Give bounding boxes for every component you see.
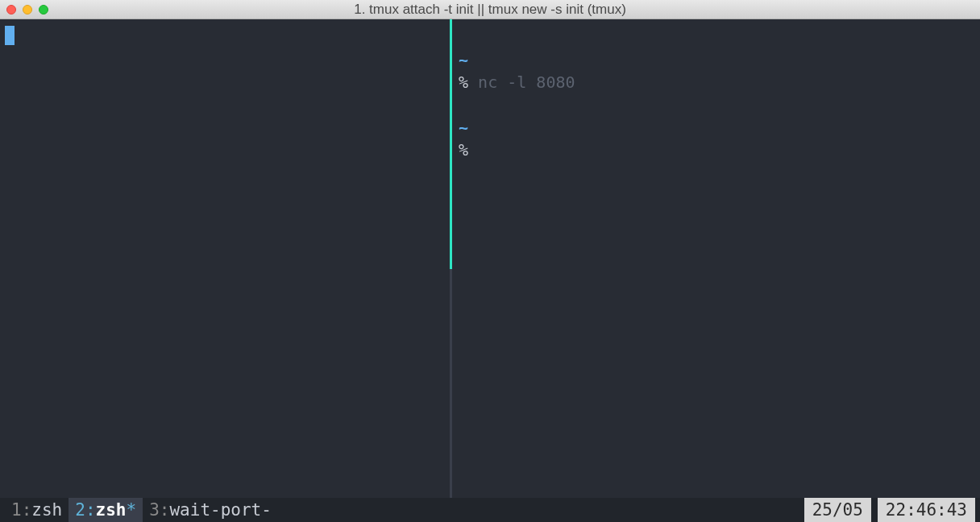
tmux-statusbar: 1:zsh 2:zsh* 3:wait-port- 25/05 22:46:43 — [0, 498, 980, 522]
cursor-icon — [5, 26, 15, 45]
prompt-command-line: % nc -l 8080 — [459, 71, 977, 93]
prompt-path-line: ~ — [459, 116, 977, 139]
maximize-icon[interactable] — [39, 5, 48, 14]
tilde-icon: ~ — [459, 118, 468, 137]
tmux-window-1[interactable]: 1:zsh — [5, 498, 69, 522]
tmux-pane-left[interactable] — [0, 19, 450, 498]
statusbar-date: 25/05 — [804, 498, 871, 522]
window-title: 1. tmux attach -t init || tmux new -s in… — [354, 2, 626, 18]
prompt-symbol: % — [459, 72, 468, 92]
command-suggestion: nc -l 8080 — [468, 72, 575, 92]
statusbar-time: 22:46:43 — [878, 498, 975, 522]
traffic-lights — [6, 5, 48, 14]
statusbar-windows: 1:zsh 2:zsh* 3:wait-port- — [5, 498, 278, 522]
prompt-line: % — [459, 139, 977, 161]
tmux-pane-right[interactable]: ~ % nc -l 8080 ~ % — [452, 19, 980, 498]
tmux-window-3[interactable]: 3:wait-port- — [143, 498, 278, 522]
window-titlebar: 1. tmux attach -t init || tmux new -s in… — [0, 0, 980, 19]
terminal-area[interactable]: ~ % nc -l 8080 ~ % — [0, 19, 980, 498]
tmux-window-2[interactable]: 2:zsh* — [69, 498, 143, 522]
prompt-symbol: % — [459, 140, 468, 160]
statusbar-right: 25/05 22:46:43 — [804, 498, 975, 522]
minimize-icon[interactable] — [23, 5, 32, 14]
tilde-icon: ~ — [459, 50, 468, 69]
close-icon[interactable] — [6, 5, 16, 14]
prompt-path-line: ~ — [459, 48, 977, 71]
